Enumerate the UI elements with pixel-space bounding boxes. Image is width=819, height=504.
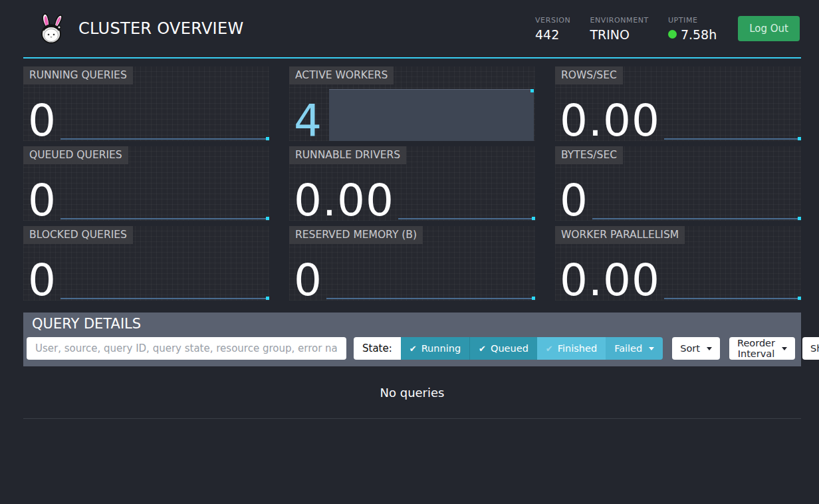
metric-panel-blocked-queries: BLOCKED QUERIES 0	[23, 226, 269, 301]
metric-panel-active-workers: ACTIVE WORKERS 4	[289, 66, 535, 141]
metric-label: BYTES/SEC	[555, 146, 623, 164]
check-icon: ✔	[479, 344, 486, 354]
sparkline-line	[664, 298, 798, 299]
caret-down-icon	[782, 347, 787, 350]
stat-version-label: VERSION	[535, 16, 570, 25]
stat-environment-value: TRINO	[590, 27, 648, 42]
sparkline	[398, 169, 535, 221]
query-details-header: QUERY DETAILS State: ✔ Running ✔ Queued …	[23, 313, 801, 366]
state-filter-queued-button[interactable]: ✔ Queued	[469, 337, 537, 360]
stat-version: VERSION 442	[535, 16, 570, 42]
sparkline-endpoint-dot	[530, 89, 534, 92]
metric-value: 0.00	[555, 260, 660, 301]
sort-dropdown-button[interactable]: Sort	[672, 337, 720, 360]
sparkline	[60, 249, 269, 301]
sparkline-endpoint-dot	[532, 297, 535, 300]
state-filter-label: State:	[354, 337, 401, 360]
metric-panel-queued-queries: QUEUED QUERIES 0	[23, 146, 269, 221]
sparkline	[592, 169, 801, 221]
state-filter-finished-label: Finished	[558, 343, 597, 354]
query-details-toolbar: State: ✔ Running ✔ Queued ✔ Finished Fa	[23, 337, 801, 366]
stat-version-value: 442	[535, 27, 570, 42]
metric-panel-worker-parallelism: WORKER PARALLELISM 0.00	[555, 226, 801, 301]
state-filter-running-button[interactable]: ✔ Running	[401, 337, 469, 360]
query-search-input[interactable]	[27, 337, 346, 360]
sparkline-line	[664, 138, 798, 140]
sparkline-line	[60, 298, 267, 299]
state-filter-queued-label: Queued	[491, 343, 528, 354]
page-container: CLUSTER OVERVIEW VERSION 442 ENVIRONMENT…	[23, 0, 801, 419]
sparkline-endpoint-dot	[798, 297, 801, 300]
stat-uptime: UPTIME 7.58h	[668, 16, 717, 42]
sparkline	[60, 169, 269, 221]
metric-value: 0	[23, 260, 57, 301]
uptime-status-dot-icon	[668, 30, 677, 39]
sparkline	[326, 249, 535, 301]
metric-panel-runnable-drivers: RUNNABLE DRIVERS 0.00	[289, 146, 535, 221]
show-label: Show	[810, 343, 819, 354]
metric-label: RUNNING QUERIES	[23, 66, 133, 84]
reorder-interval-dropdown-button[interactable]: Reorder Interval	[729, 337, 795, 360]
sparkline	[664, 249, 801, 301]
metric-value: 0.00	[289, 180, 394, 221]
sparkline-line	[398, 218, 532, 219]
metric-label: WORKER PARALLELISM	[555, 226, 685, 244]
metric-panel-rows-per-sec: ROWS/SEC 0.00	[555, 66, 801, 141]
check-icon: ✔	[410, 344, 417, 354]
metrics-grid: RUNNING QUERIES 0 ACTIVE WORKERS 4	[23, 66, 801, 301]
trino-bunny-logo-icon	[37, 13, 66, 45]
page-title: CLUSTER OVERVIEW	[78, 19, 243, 38]
stat-environment: ENVIRONMENT TRINO	[590, 16, 648, 42]
sparkline-endpoint-dot	[532, 217, 535, 220]
caret-down-icon	[649, 347, 654, 350]
sparkline-endpoint-dot	[798, 217, 801, 220]
sparkline	[329, 89, 534, 141]
metric-panel-running-queries: RUNNING QUERIES 0	[23, 66, 269, 141]
query-details-title: QUERY DETAILS	[23, 313, 801, 337]
sparkline-endpoint-dot	[266, 137, 269, 140]
query-details-section: QUERY DETAILS State: ✔ Running ✔ Queued …	[23, 313, 801, 419]
reorder-interval-label: Reorder Interval	[737, 338, 775, 359]
stat-environment-label: ENVIRONMENT	[590, 16, 648, 25]
state-filter-finished-button[interactable]: ✔ Finished	[537, 337, 606, 360]
log-out-button[interactable]: Log Out	[738, 16, 800, 41]
state-filter-failed-label: Failed	[614, 343, 642, 354]
no-queries-message: No queries	[23, 366, 801, 419]
metric-panel-bytes-per-sec: BYTES/SEC 0	[555, 146, 801, 221]
metric-value: 4	[289, 100, 322, 141]
metric-label: ROWS/SEC	[555, 66, 623, 84]
metric-label: ACTIVE WORKERS	[289, 66, 394, 84]
metric-label: BLOCKED QUERIES	[23, 226, 133, 244]
cluster-stats: VERSION 442 ENVIRONMENT TRINO UPTIME 7.5…	[535, 16, 717, 42]
sparkline-endpoint-dot	[266, 217, 269, 220]
sparkline	[60, 89, 269, 141]
sparkline-line	[326, 298, 532, 299]
metric-label: RUNNABLE DRIVERS	[289, 146, 406, 164]
sparkline-line	[60, 138, 267, 140]
state-filter-running-label: Running	[421, 343, 461, 354]
sparkline-fill-area	[329, 89, 534, 141]
metric-panel-reserved-memory: RESERVED MEMORY (B) 0	[289, 226, 535, 301]
sparkline-line	[60, 218, 267, 219]
state-filter-group: State: ✔ Running ✔ Queued ✔ Finished Fa	[354, 337, 663, 360]
caret-down-icon	[707, 347, 712, 350]
stat-uptime-value: 7.58h	[668, 27, 717, 42]
stat-uptime-text: 7.58h	[681, 27, 717, 42]
metric-value: 0.00	[555, 100, 660, 141]
stat-uptime-label: UPTIME	[668, 16, 717, 25]
metric-value: 0	[555, 180, 588, 221]
top-nav: CLUSTER OVERVIEW VERSION 442 ENVIRONMENT…	[23, 0, 801, 59]
state-filter-failed-dropdown-button[interactable]: Failed	[606, 337, 663, 360]
sparkline-line	[592, 218, 798, 219]
metric-value: 0	[23, 180, 57, 221]
metric-label: QUEUED QUERIES	[23, 146, 128, 164]
metric-label: RESERVED MEMORY (B)	[289, 226, 423, 244]
show-dropdown-button[interactable]: Show	[802, 337, 819, 360]
sparkline-endpoint-dot	[266, 297, 269, 300]
sort-label: Sort	[680, 343, 700, 354]
sparkline-endpoint-dot	[798, 137, 801, 140]
check-icon: ✔	[546, 344, 553, 354]
sparkline	[664, 89, 801, 141]
metric-value: 0	[23, 100, 57, 141]
metric-value: 0	[289, 260, 322, 301]
